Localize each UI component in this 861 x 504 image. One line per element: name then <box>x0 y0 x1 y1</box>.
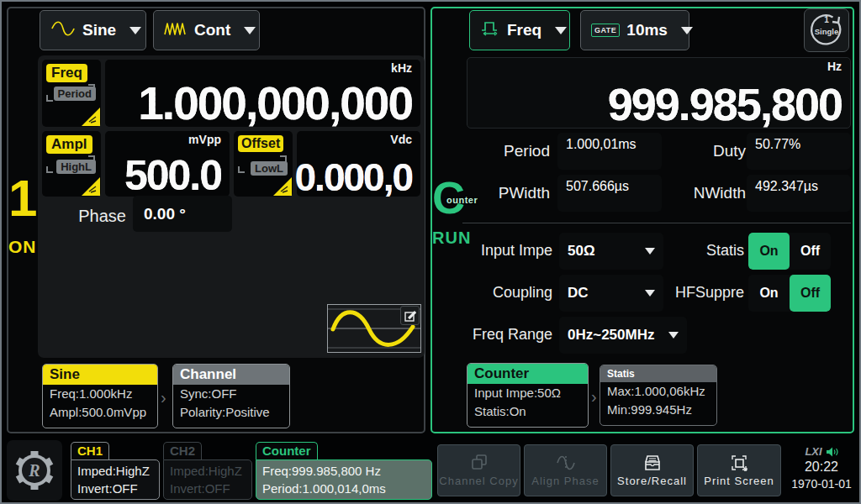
coupling-dropdown[interactable]: DC <box>559 275 663 312</box>
gear-icon: R <box>11 446 58 495</box>
touch-toggle-icon <box>82 177 100 196</box>
ch1-tab-title: CH1 <box>71 442 109 459</box>
frequency-value: 1.000,000,000 <box>114 75 412 125</box>
ch1-status-line: Invert:OFF <box>77 480 153 497</box>
sine-info-title: Sine <box>43 365 157 385</box>
counter-frequency-unit: Hz <box>476 60 842 73</box>
offset-selector[interactable]: Offset LowL <box>234 131 293 197</box>
channel-info-title: Channel <box>173 365 289 385</box>
channel-state: ON <box>8 237 34 257</box>
copy-icon <box>469 454 489 472</box>
align-phase-label: Align Phase <box>531 475 599 487</box>
statis-on-option[interactable]: On <box>748 233 790 270</box>
clock-date: 1970-01-01 <box>785 476 858 491</box>
channel1-indicator: 1 ON <box>8 171 34 257</box>
sound-icon <box>826 447 838 457</box>
archive-icon <box>642 454 663 472</box>
offset-value: 0.000,0 <box>305 146 412 195</box>
corner-bracket <box>46 95 53 102</box>
counter-status-tab[interactable]: Counter Freq:999.985,800 Hz Period:1.000… <box>256 442 432 500</box>
counter-tab-title: Counter <box>256 442 318 459</box>
chevron-down-icon <box>645 248 655 255</box>
period-stat-value: 1.000,01ms <box>557 133 662 170</box>
counter-info-tab[interactable]: Counter Input Impe:50Ω Statis:On <box>467 363 589 428</box>
screenshot-icon <box>729 454 749 472</box>
offset-unit: Vdc <box>305 134 412 146</box>
channel1-panel: 1 ON Sine Cont Freq Period <box>7 7 425 433</box>
duty-stat-value: 50.77% <box>747 133 851 170</box>
input-impedance-value: 50Ω <box>568 243 595 260</box>
sine-info-tab[interactable]: Sine Freq:1.000kHz Ampl:500.0mVpp <box>42 364 158 428</box>
hf-suppress-on-option[interactable]: On <box>748 275 790 312</box>
amplitude-display[interactable]: mVpp 500.0 <box>105 131 230 197</box>
print-screen-label: Print Screen <box>704 475 774 487</box>
phase-label: Phase <box>38 207 126 226</box>
lxi-logo: LXI <box>805 445 821 458</box>
ampl-selector[interactable]: Ampl HighL <box>42 131 101 197</box>
freq-label[interactable]: Freq <box>46 64 87 82</box>
ch1-status-tab[interactable]: CH1 Imped:HighZ Invert:OFF <box>71 442 160 500</box>
ch1-status-line: Imped:HighZ <box>77 462 153 480</box>
counter-info-title: Counter <box>467 364 588 384</box>
counter-mode-dropdown[interactable]: Freq <box>469 10 570 50</box>
single-count: 1 <box>805 15 848 24</box>
freq-period-selector[interactable]: Freq Period <box>42 60 101 127</box>
single-trigger-button[interactable]: 1 Single <box>804 8 849 52</box>
align-phase-button: Align Phase <box>524 444 607 496</box>
hf-suppress-off-option[interactable]: Off <box>790 275 831 312</box>
mode-dropdown[interactable]: Cont <box>153 10 260 50</box>
statis-info-tab[interactable]: Statis Max:1.000,06kHz Min:999.945Hz <box>600 365 717 426</box>
frequency-unit: kHz <box>114 62 412 75</box>
counter-indicator: C ounter RUN <box>432 175 466 248</box>
counter-frequency-value: 999.985,800 <box>476 73 842 126</box>
waveform-preview[interactable] <box>327 304 421 353</box>
gate-time-label: 10ms <box>626 21 668 39</box>
hf-suppress-toggle[interactable]: On Off <box>748 275 831 312</box>
counter-frequency-display[interactable]: Hz 999.985,800 <box>467 57 851 129</box>
counter-status-line: Freq:999.985,800 Hz <box>262 462 425 480</box>
ch2-status-line: Invert:OFF <box>170 480 246 497</box>
channel-copy-button: Channel Copy <box>437 444 520 496</box>
chevron-right-icon: › <box>591 387 597 407</box>
statis-toggle[interactable]: On Off <box>748 233 831 270</box>
channel-number: 1 <box>8 171 34 225</box>
store-recall-button[interactable]: Store/Recall <box>610 444 694 496</box>
gate-time-dropdown[interactable]: GATE 10ms <box>580 10 689 50</box>
channel-copy-label: Channel Copy <box>439 475 518 487</box>
corner-bracket <box>238 166 245 173</box>
coupling-value: DC <box>568 285 589 302</box>
pulse-gate-icon <box>480 19 500 42</box>
edit-waveform-button[interactable] <box>400 306 420 325</box>
chevron-right-icon: › <box>161 388 166 407</box>
align-phase-icon <box>555 454 577 472</box>
chevron-down-icon <box>555 27 567 34</box>
ch2-status-tab[interactable]: CH2 Imped:HighZ Invert:OFF <box>163 442 252 500</box>
offset-display[interactable]: Vdc 0.000,0 <box>297 131 420 197</box>
offset-label[interactable]: Offset <box>238 135 283 152</box>
lowl-label[interactable]: LowL <box>251 161 288 176</box>
ampl-label[interactable]: Ampl <box>46 135 92 154</box>
frequency-display[interactable]: kHz 1.000,000,000 <box>105 60 420 127</box>
pwidth-stat-label: PWidth <box>466 184 550 202</box>
freq-range-dropdown[interactable]: 0Hz~250MHz <box>559 317 687 354</box>
statis-info-line: Max:1.000,06kHz <box>600 382 716 401</box>
system-status-area: LXI 20:22 1970-01-01 <box>785 440 858 501</box>
counter-info-line: Input Impe:50Ω <box>467 384 588 402</box>
highl-label[interactable]: HighL <box>56 160 96 174</box>
channel-info-tab[interactable]: Channel Sync:OFF Polarity:Positive <box>172 364 290 428</box>
print-screen-button[interactable]: Print Screen <box>697 444 781 496</box>
input-impedance-dropdown[interactable]: 50Ω <box>559 233 663 270</box>
system-settings-button[interactable]: R <box>7 440 62 501</box>
corner-bracket <box>46 166 53 173</box>
waveform-dropdown[interactable]: Sine <box>40 10 146 50</box>
pencil-icon <box>404 310 416 322</box>
statis-label: Statis <box>668 242 744 260</box>
instrument-screen: 1 ON Sine Cont Freq Period <box>0 0 861 504</box>
phase-input[interactable]: 0.00 ° <box>133 196 232 232</box>
statis-info-line: Min:999.945Hz <box>600 401 716 419</box>
waveform-dropdown-label: Sine <box>82 21 116 39</box>
period-label[interactable]: Period <box>54 87 96 101</box>
nwidth-stat-label: NWidth <box>668 184 746 202</box>
sine-info-line: Ampl:500.0mVpp <box>43 403 157 422</box>
statis-off-option[interactable]: Off <box>790 233 831 270</box>
